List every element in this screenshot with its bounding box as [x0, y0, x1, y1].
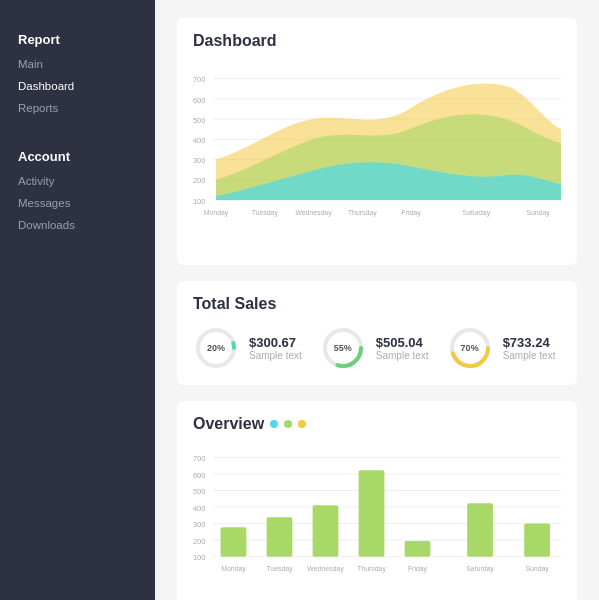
dashboard-title: Dashboard	[193, 32, 561, 50]
svg-text:700: 700	[193, 75, 205, 84]
total-sales-card: Total Sales 20% $300.67 Sample text	[177, 281, 577, 385]
svg-text:Sunday: Sunday	[525, 565, 549, 573]
sales-info-3: $733.24 Sample text	[503, 335, 556, 361]
bar-tuesday	[267, 517, 293, 557]
total-sales-title: Total Sales	[193, 295, 561, 313]
donut-1: 20%	[193, 325, 239, 371]
sidebar-item-activity[interactable]: Activity	[0, 170, 155, 192]
donut-label-1: 20%	[207, 343, 225, 353]
sales-amount-2: $505.04	[376, 335, 429, 350]
sales-sample-1: Sample text	[249, 350, 302, 361]
sales-item-1: 20% $300.67 Sample text	[193, 325, 302, 371]
svg-text:600: 600	[193, 96, 205, 105]
overview-card: Overview 700 600 500 400 300 200 100	[177, 401, 577, 600]
svg-text:600: 600	[193, 471, 205, 480]
svg-text:100: 100	[193, 553, 205, 562]
bar-monday	[221, 527, 247, 556]
svg-text:300: 300	[193, 520, 205, 529]
bar-chart-wrapper: 700 600 500 400 300 200 100	[193, 443, 561, 600]
svg-text:Monday: Monday	[221, 565, 246, 573]
bar-chart-svg: 700 600 500 400 300 200 100	[193, 443, 561, 600]
svg-text:Friday: Friday	[408, 565, 428, 573]
sales-info-2: $505.04 Sample text	[376, 335, 429, 361]
sales-sample-2: Sample text	[376, 350, 429, 361]
sidebar-item-main[interactable]: Main	[0, 53, 155, 75]
overview-title: Overview	[193, 415, 264, 433]
sidebar-section-report: Report	[0, 20, 155, 53]
svg-text:Thursday: Thursday	[348, 209, 377, 217]
svg-text:500: 500	[193, 116, 205, 125]
dot-yellow	[298, 420, 306, 428]
svg-text:400: 400	[193, 504, 205, 513]
sales-item-3: 70% $733.24 Sample text	[447, 325, 556, 371]
sales-amount-3: $733.24	[503, 335, 556, 350]
dot-green	[284, 420, 292, 428]
svg-text:Tuesday: Tuesday	[252, 209, 279, 217]
sidebar-item-dashboard[interactable]: Dashboard	[0, 75, 155, 97]
bar-wednesday	[313, 505, 339, 557]
svg-text:Thursday: Thursday	[357, 565, 386, 573]
svg-text:Sunday: Sunday	[526, 209, 550, 217]
sales-amount-1: $300.67	[249, 335, 302, 350]
donut-2: 55%	[320, 325, 366, 371]
svg-text:Wednesday: Wednesday	[307, 565, 344, 573]
svg-text:Friday: Friday	[401, 209, 421, 217]
svg-text:Saturday: Saturday	[466, 565, 494, 573]
svg-text:200: 200	[193, 176, 205, 185]
svg-text:Monday: Monday	[204, 209, 229, 217]
donut-label-3: 70%	[461, 343, 479, 353]
svg-text:500: 500	[193, 487, 205, 496]
dot-blue	[270, 420, 278, 428]
area-chart-card: Dashboard 700 600 500 400 300 200 100	[177, 18, 577, 265]
main-content: Dashboard 700 600 500 400 300 200 100	[155, 0, 599, 600]
sidebar-item-downloads[interactable]: Downloads	[0, 214, 155, 236]
sidebar: Report Main Dashboard Reports Account Ac…	[0, 0, 155, 600]
svg-text:Tuesday: Tuesday	[266, 565, 293, 573]
sales-info-1: $300.67 Sample text	[249, 335, 302, 361]
area-chart-svg: 700 600 500 400 300 200 100	[193, 62, 561, 247]
bar-sunday	[524, 524, 550, 557]
sidebar-section-account: Account	[0, 137, 155, 170]
svg-text:Wednesday: Wednesday	[295, 209, 332, 217]
sales-item-2: 55% $505.04 Sample text	[320, 325, 429, 371]
bar-friday	[405, 541, 431, 557]
sales-row: 20% $300.67 Sample text 55% $505.04	[193, 325, 561, 371]
svg-text:Saturday: Saturday	[463, 209, 491, 217]
bar-thursday	[359, 470, 385, 556]
overview-header: Overview	[193, 415, 561, 433]
svg-text:700: 700	[193, 454, 205, 463]
svg-text:200: 200	[193, 537, 205, 546]
sidebar-item-messages[interactable]: Messages	[0, 192, 155, 214]
area-chart-wrapper: 700 600 500 400 300 200 100	[193, 62, 561, 251]
svg-text:300: 300	[193, 156, 205, 165]
sidebar-item-reports[interactable]: Reports	[0, 97, 155, 119]
bar-saturday	[467, 503, 493, 556]
sales-sample-3: Sample text	[503, 350, 556, 361]
donut-label-2: 55%	[334, 343, 352, 353]
donut-3: 70%	[447, 325, 493, 371]
svg-text:100: 100	[193, 197, 205, 206]
svg-text:400: 400	[193, 136, 205, 145]
